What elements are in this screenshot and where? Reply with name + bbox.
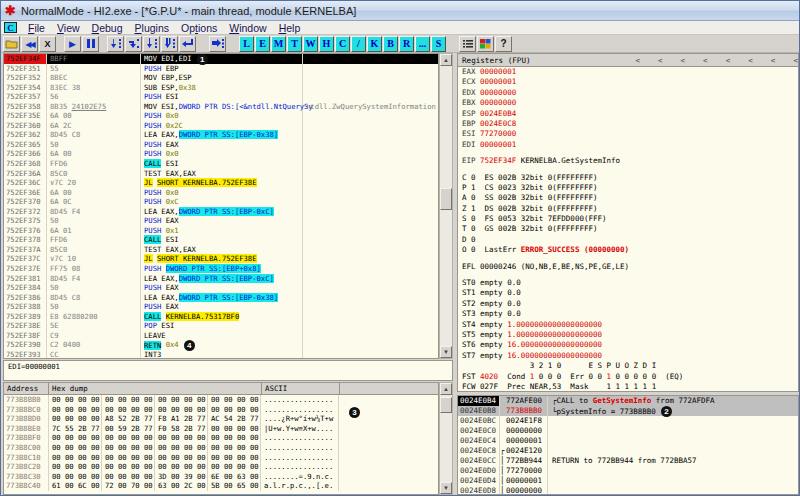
handles-window-button[interactable]: H [319, 36, 334, 52]
register-row[interactable]: EDI 00000001 [458, 140, 798, 150]
stack-row[interactable]: 0024E0D8│00000000 [458, 486, 798, 495]
register-row[interactable]: EAX 00000001 [458, 67, 798, 77]
scroll-up-icon[interactable]: ▲ [440, 383, 452, 395]
disassembly-pane[interactable]: 752EF34F8BFFMOV EDI,EDI1752EF35155PUSH E… [3, 53, 439, 359]
stack-row[interactable]: 0024E0CC│772BB944RETURN to 772BB944 from… [458, 456, 798, 466]
disasm-row[interactable]: 752EF36C∨7C 20JL SHORT KERNELBA.752EF38E [4, 178, 438, 188]
cpu-window-button[interactable]: C [335, 36, 350, 52]
disasm-row[interactable]: 752EF389E8 62880200CALL KERNELBA.75317BF… [4, 312, 438, 322]
menu-item-debug[interactable]: Debug [86, 22, 129, 34]
column-chevron-icon[interactable]: < [726, 56, 731, 65]
dump-row[interactable]: 773B8BC000 00 00 0000 00 00 0000 00 00 0… [4, 405, 438, 415]
dump-row[interactable]: 773B8BF000 00 00 0000 00 00 0000 00 00 0… [4, 433, 438, 443]
appearance-button[interactable] [477, 36, 494, 52]
registers-pane[interactable]: Registers (FPU) <<<<<<<< EAX 00000001ECX… [457, 53, 799, 392]
callstack-window-button[interactable]: K [367, 36, 382, 52]
disasm-row[interactable]: 752EF38450PUSH EAX [4, 283, 438, 293]
register-row[interactable]: ST6 empty 16.000000000000000000 [458, 340, 798, 350]
dump-row[interactable]: 773B8C3000 00 00 0000 00 00 003D 00 39 0… [4, 472, 438, 482]
register-row[interactable]: D 0 [458, 235, 798, 245]
column-chevron-icon[interactable]: < [635, 56, 640, 65]
register-row[interactable]: ST0 empty 0.0 [458, 278, 798, 288]
disasm-row[interactable]: 752EF35756PUSH ESI [4, 92, 438, 102]
hex-dump-pane[interactable]: Address Hex dump ASCII 773B8BB000 00 00 … [3, 382, 439, 495]
column-chevron-icon[interactable]: < [681, 56, 686, 65]
disasm-row[interactable]: 752EF37550PUSH EAX [4, 216, 438, 226]
register-row[interactable]: P 1 CS 0023 32bit 0(FFFFFFFF) [458, 183, 798, 193]
disasm-row[interactable]: 752EF37EFF75 08PUSH DWORD PTR SS:[EBP+0x… [4, 264, 438, 274]
disasm-row[interactable]: 752EF36550PUSH EAX [4, 140, 438, 150]
stack-row[interactable]: 0024E0B4772AFE00┌CALL to GetSystemInfo f… [458, 396, 798, 406]
dump-row[interactable]: 773B8BE07C 55 2B 7700 59 2B 77F0 58 2B 7… [4, 424, 438, 434]
menu-item-options[interactable]: Options [175, 22, 223, 34]
register-row[interactable]: ST7 empty 16.000000000000000000 [458, 351, 798, 361]
pause-button[interactable] [82, 36, 99, 52]
register-row[interactable]: Z 1 DS 002B 32bit 0(FFFFFFFF) [458, 204, 798, 214]
disasm-row[interactable]: 752EF368FFD6CALL ESI [4, 159, 438, 169]
disasm-row[interactable]: 752EF3728D45 F4LEA EAX,DWORD PTR SS:[EBP… [4, 207, 438, 217]
source-window-button[interactable]: S [431, 36, 446, 52]
disasm-row[interactable]: 752EF37A85C0TEST EAX,EAX [4, 245, 438, 255]
disasm-row[interactable]: 752EF35E6A 00PUSH 0x0 [4, 111, 438, 121]
register-row[interactable]: ST3 empty 0.0 [458, 309, 798, 319]
stack-row[interactable]: 0024E0D0│77270000 [458, 466, 798, 476]
disasm-row[interactable]: 752EF36A85C0TEST EAX,EAX [4, 169, 438, 179]
register-row[interactable]: ECX 00000001 [458, 77, 798, 87]
dump-header-ascii[interactable]: ASCII [262, 383, 340, 394]
stack-row[interactable]: 0024E0C400000001 [458, 436, 798, 446]
disasm-row[interactable]: 752EF35483EC 38SUB ESP,0x38 [4, 83, 438, 93]
menu-item-window[interactable]: Window [223, 22, 272, 34]
register-row[interactable]: T 0 GS 002B 32bit 0(FFFFFFFF) [458, 224, 798, 234]
disasm-row[interactable]: 752EF3868D45 C8LEA EAX,DWORD PTR SS:[EBP… [4, 293, 438, 303]
open-file-button[interactable] [3, 36, 20, 52]
menu-item-plugins[interactable]: Plugins [129, 22, 175, 34]
run-button[interactable]: ▶ [64, 36, 81, 52]
disasm-row[interactable]: 752EF36E6A 00PUSH 0x0 [4, 188, 438, 198]
dump-row[interactable]: 773B8BB000 00 00 0000 00 00 0000 00 00 0… [4, 395, 438, 405]
column-chevron-icon[interactable]: < [703, 56, 708, 65]
register-row[interactable]: FCW 027F Prec NEAR,53 Mask 1 1 1 1 1 1 [458, 382, 798, 392]
dump-header-address[interactable]: Address [4, 383, 49, 394]
scroll-up-icon[interactable]: ▲ [440, 54, 452, 66]
disasm-row[interactable]: 752EF3766A 01PUSH 0x1 [4, 226, 438, 236]
disasm-row[interactable]: 752EF38850PUSH EAX [4, 302, 438, 312]
windows-list-button[interactable] [459, 36, 476, 52]
execute-till-return-button[interactable] [179, 36, 196, 52]
register-row[interactable]: A 0 SS 002B 32bit 0(FFFFFFFF) [458, 193, 798, 203]
runtrace-window-button[interactable]: ... [415, 36, 430, 52]
disasm-row[interactable]: 752EF34F8BFFMOV EDI,EDI1 [4, 54, 438, 64]
disasm-row[interactable]: 752EF3818D45 F4LEA EAX,DWORD PTR SS:[EBP… [4, 274, 438, 284]
dump-row[interactable]: 773B8C2000 00 00 0000 00 00 0000 00 00 0… [4, 462, 438, 472]
dump-row[interactable]: 773B8BD000 00 00 00A8 52 2B 77F8 A1 2B 7… [4, 414, 438, 424]
executables-window-button[interactable]: E [255, 36, 270, 52]
register-row[interactable]: ST4 empty 1.0000000000000000000 [458, 320, 798, 330]
register-row[interactable]: ESI 77270000 [458, 129, 798, 139]
scroll-down-icon[interactable]: ▼ [440, 482, 452, 494]
stack-row[interactable]: 0024E0D4│00000001 [458, 476, 798, 486]
disasm-row[interactable]: 752EF3706A 0CPUSH 0xC [4, 197, 438, 207]
disasm-row[interactable]: 752EF3606A 2CPUSH 0x2C [4, 121, 438, 131]
stack-row[interactable]: 0024E0C8┌0024E120 [458, 446, 798, 456]
scroll-thumb[interactable] [440, 397, 452, 413]
dump-row[interactable]: 773B8C1000 00 00 0000 00 00 0000 00 00 0… [4, 453, 438, 463]
log-window-button[interactable]: L [239, 36, 254, 52]
animate-into-button[interactable] [143, 36, 160, 52]
disasm-row[interactable]: 752EF37C∨7C 10JL SHORT KERNELBA.752EF38E [4, 254, 438, 264]
column-chevron-icon[interactable]: < [793, 56, 798, 65]
references-window-button[interactable]: R [399, 36, 414, 52]
stack-row[interactable]: 0024E0C000000000 [458, 426, 798, 436]
dump-row[interactable]: 773B8C0000 00 00 0000 00 00 0000 00 00 0… [4, 443, 438, 453]
title-bar[interactable]: ✱ NormalMode - HI2.exe - [*G.P.U* - main… [1, 1, 799, 21]
registers-header[interactable]: Registers (FPU) <<<<<<<< [458, 54, 798, 67]
menu-item-file[interactable]: File [22, 22, 51, 34]
register-row[interactable]: EIP 752EF34F KERNELBA.GetSystemInfo [458, 156, 798, 166]
threads-window-button[interactable]: T [287, 36, 302, 52]
disasm-row[interactable]: 752EF38FC9LEAVE [4, 331, 438, 341]
disasm-row[interactable]: 752EF393CCINT3 [4, 350, 438, 359]
register-row[interactable]: EDX 00000000 [458, 88, 798, 98]
restart-button[interactable]: ◀◀ [21, 36, 38, 52]
disasm-row[interactable]: 752EF3628D45 C8LEA EAX,DWORD PTR SS:[EBP… [4, 130, 438, 140]
step-into-button[interactable] [107, 36, 124, 52]
disasm-row[interactable]: 752EF3666A 00PUSH 0x0 [4, 149, 438, 159]
stack-pane[interactable]: 0024E0B4772AFE00┌CALL to GetSystemInfo f… [457, 395, 799, 495]
